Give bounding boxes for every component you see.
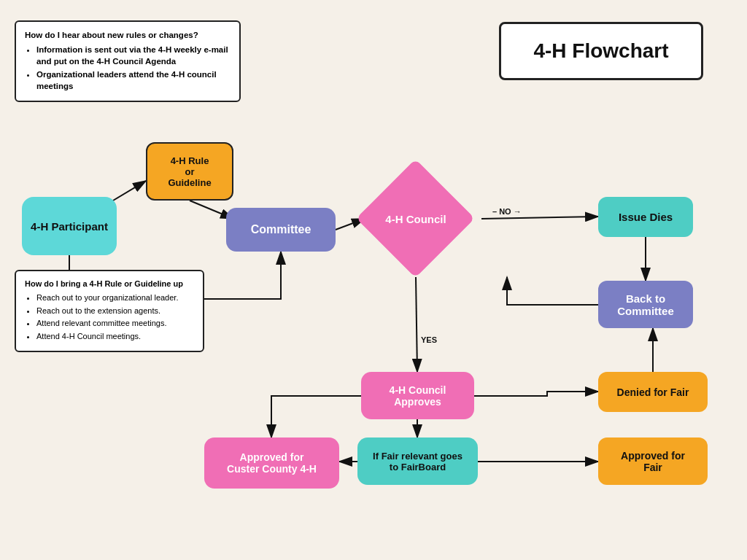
flowchart-container: 4-H Flowchart How do I hear about new ru…	[0, 0, 747, 560]
info-top-question: How do I hear about new rules or changes…	[25, 29, 231, 41]
council-label: 4-H Council	[357, 160, 474, 277]
fairboard-label: If Fair relevant goesto FairBoard	[373, 451, 462, 472]
committee-label: Committee	[251, 223, 311, 236]
info-box-bottom: How do I bring a 4-H Rule or Guideline u…	[15, 270, 204, 352]
denied-fair-label: Denied for Fair	[617, 386, 689, 398]
info-bottom-item-2: Reach out to the extension agents.	[36, 306, 194, 316]
info-bottom-item-4: Attend 4-H Council meetings.	[36, 331, 194, 342]
council-approves-node: 4-H CouncilApproves	[361, 372, 474, 419]
svg-line-4	[481, 217, 598, 219]
participant-node: 4-H Participant	[22, 197, 117, 255]
rule-node: 4-H RuleorGuideline	[146, 142, 233, 201]
denied-fair-node: Denied for Fair	[598, 372, 708, 412]
approved-fair-label: Approved forFair	[621, 450, 685, 473]
participant-label: 4-H Participant	[31, 220, 108, 233]
rule-label: 4-H RuleorGuideline	[168, 155, 211, 188]
council-diamond-wrapper: 4-H Council	[357, 160, 474, 277]
issue-dies-label: Issue Dies	[619, 211, 673, 223]
info-bottom-question: How do I bring a 4-H Rule or Guideline u…	[25, 279, 194, 289]
committee-node: Committee	[226, 208, 336, 252]
info-bottom-item-3: Attend relevant committee meetings.	[36, 318, 194, 329]
title-box: 4-H Flowchart	[499, 22, 703, 80]
approved-fair-node: Approved forFair	[598, 438, 708, 485]
chart-title: 4-H Flowchart	[533, 39, 668, 63]
council-approves-label: 4-H CouncilApproves	[390, 384, 446, 408]
fairboard-node: If Fair relevant goesto FairBoard	[357, 438, 478, 485]
back-committee-label: Back toCommittee	[617, 292, 674, 317]
back-committee-node: Back toCommittee	[598, 281, 693, 328]
approved-custer-node: Approved forCuster County 4-H	[204, 438, 339, 489]
issue-dies-node: Issue Dies	[598, 197, 693, 237]
info-bottom-item-1: Reach out to your organizational leader.	[36, 292, 194, 303]
svg-line-6	[416, 277, 417, 372]
info-top-list: Information is sent out via the 4-H week…	[36, 44, 231, 92]
info-top-item-2: Organizational leaders attend the 4-H co…	[36, 69, 231, 92]
info-box-top: How do I hear about new rules or changes…	[15, 20, 241, 102]
info-bottom-list: Reach out to your organizational leader.…	[36, 292, 194, 342]
info-top-item-1: Information is sent out via the 4-H week…	[36, 44, 231, 67]
approved-custer-label: Approved forCuster County 4-H	[227, 451, 317, 475]
no-label: – NO →	[492, 207, 522, 216]
yes-label: YES	[421, 335, 437, 344]
